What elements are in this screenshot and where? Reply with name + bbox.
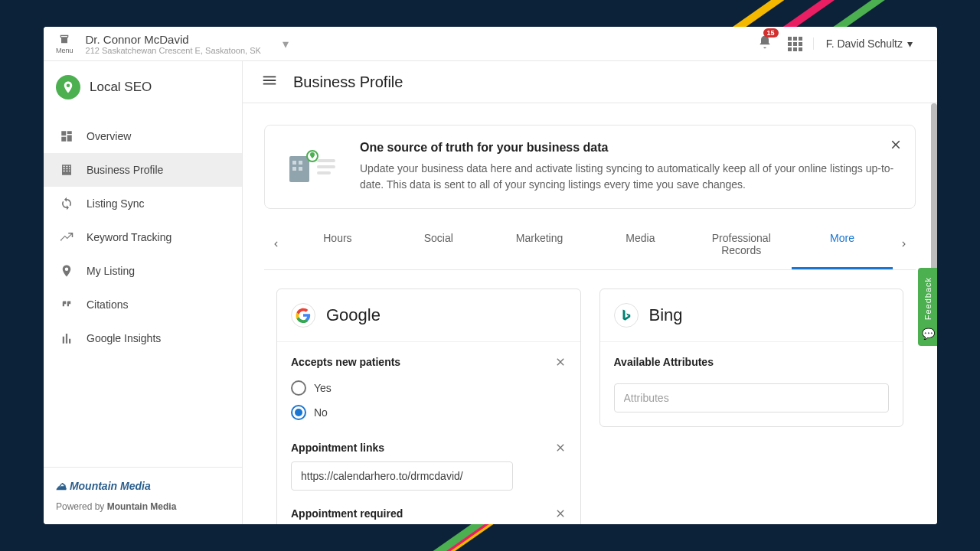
nav-item-citations[interactable]: Citations <box>44 288 242 321</box>
svg-rect-3 <box>292 167 296 171</box>
feedback-button[interactable]: Feedback 💬 <box>918 268 937 346</box>
business-address: 212 Saskatchewan Crescent E, Saskatoon, … <box>86 46 261 55</box>
info-banner: One source of truth for your business da… <box>264 125 916 209</box>
tab-hours[interactable]: Hours <box>287 221 388 269</box>
banner-close-button[interactable] <box>889 138 903 155</box>
sidebar-header: Local SEO <box>44 61 242 113</box>
google-card-title: Google <box>326 305 381 325</box>
footer-brand-logo: Mountain Media <box>56 480 151 492</box>
tab-media[interactable]: Media <box>590 221 691 269</box>
nav-item-keyword-tracking[interactable]: Keyword Tracking <box>44 220 242 254</box>
tab-social[interactable]: Social <box>388 221 489 269</box>
nav-item-label: Listing Sync <box>87 197 144 210</box>
page-title: Business Profile <box>293 73 403 91</box>
tab-more[interactable]: More <box>792 221 893 269</box>
nav-item-label: Keyword Tracking <box>87 231 172 243</box>
pin-icon <box>59 263 74 279</box>
nav-item-label: Overview <box>87 130 131 142</box>
dashboard-icon <box>59 129 74 144</box>
svg-rect-2 <box>299 161 302 165</box>
banner-body: Update your business data here and activ… <box>360 161 897 193</box>
notifications-button[interactable]: 15 <box>753 30 777 57</box>
field-appointment-required: Appointment required Yes <box>291 507 567 524</box>
app-title: Local SEO <box>90 80 152 95</box>
business-icon <box>59 162 74 178</box>
tabs: HoursSocialMarketingMediaProfessional Re… <box>264 221 916 270</box>
banner-title: One source of truth for your business da… <box>360 141 897 155</box>
content-header: Business Profile <box>243 61 937 103</box>
close-icon <box>889 138 903 152</box>
field-label: Appointment links <box>291 442 567 454</box>
nav-list: Overview Business Profile Listing Sync K… <box>44 113 242 467</box>
content-body[interactable]: One source of truth for your business da… <box>243 103 937 524</box>
topbar: Menu Dr. Connor McDavid 212 Saskatchewan… <box>44 27 937 61</box>
bing-card-title: Bing <box>649 305 683 325</box>
google-card: Google Accepts new patients Yes <box>276 289 581 524</box>
svg-rect-7 <box>317 165 335 168</box>
user-name: F. David Schultz <box>826 37 903 50</box>
user-menu[interactable]: F. David Schultz ▾ <box>813 37 925 50</box>
notification-badge: 15 <box>763 28 779 37</box>
close-icon <box>554 507 567 520</box>
nav-item-label: Google Insights <box>87 332 161 344</box>
field-clear-button[interactable] <box>554 442 567 457</box>
cards-row: Google Accepts new patients Yes <box>264 289 916 524</box>
bing-card: Bing Available Attributes <box>599 289 904 427</box>
radio-option-yes[interactable]: Yes <box>291 376 567 400</box>
sidebar: Local SEO Overview Business Profile List… <box>44 61 243 524</box>
nav-item-overview[interactable]: Overview <box>44 119 242 153</box>
hamburger-icon <box>261 72 278 89</box>
business-caret-icon[interactable]: ▾ <box>283 37 289 51</box>
hamburger-button[interactable] <box>261 72 278 92</box>
feedback-label: Feedback <box>923 274 933 323</box>
appointment-link-input[interactable] <box>291 461 513 491</box>
chevron-down-icon: ▾ <box>907 37 913 50</box>
app-window: Menu Dr. Connor McDavid 212 Saskatchewan… <box>44 27 937 524</box>
apps-launcher-button[interactable] <box>783 32 807 56</box>
sync-icon <box>59 196 74 211</box>
radio-icon <box>291 380 306 396</box>
chevron-right-icon <box>899 239 910 249</box>
nav-item-listing-sync[interactable]: Listing Sync <box>44 187 242 220</box>
attributes-input[interactable] <box>614 383 890 412</box>
bing-icon <box>614 303 639 328</box>
radio-label: No <box>314 406 328 419</box>
nav-item-google-insights[interactable]: Google Insights <box>44 321 242 355</box>
menu-button[interactable]: Menu <box>53 30 77 57</box>
tab-professional-records[interactable]: Professional Records <box>691 221 792 269</box>
field-label: Accepts new patients <box>291 356 567 368</box>
storefront-icon <box>57 33 72 45</box>
field-clear-button[interactable] <box>554 356 567 371</box>
tabs-prev-button[interactable] <box>264 230 287 262</box>
chevron-left-icon <box>270 239 281 249</box>
business-name: Dr. Connor McDavid <box>86 33 261 46</box>
svg-rect-6 <box>317 159 335 162</box>
svg-rect-8 <box>317 171 331 174</box>
nav-item-business-profile[interactable]: Business Profile <box>44 153 242 187</box>
tabs-next-button[interactable] <box>893 230 916 262</box>
close-icon <box>554 356 567 368</box>
content: Business Profile One source of truth for… <box>243 61 937 524</box>
close-icon <box>554 442 567 454</box>
chat-icon: 💬 <box>922 328 935 340</box>
nav-item-my-listing[interactable]: My Listing <box>44 254 242 288</box>
menu-label: Menu <box>56 47 74 54</box>
app-logo-icon <box>56 75 80 99</box>
trending-icon <box>59 230 74 245</box>
tab-list: HoursSocialMarketingMediaProfessional Re… <box>287 221 893 269</box>
scrollbar-thumb[interactable] <box>931 103 937 272</box>
quote-icon <box>59 297 74 312</box>
radio-option-no[interactable]: No <box>291 400 567 425</box>
field-label: Appointment required <box>291 507 567 520</box>
nav-item-label: Citations <box>87 298 128 311</box>
svg-rect-4 <box>299 167 302 171</box>
tab-marketing[interactable]: Marketing <box>489 221 590 269</box>
field-clear-button[interactable] <box>554 507 567 523</box>
google-icon <box>291 303 315 328</box>
field-accepts-new-patients: Accepts new patients Yes <box>291 356 567 425</box>
nav-item-label: My Listing <box>87 265 135 277</box>
nav-item-label: Business Profile <box>87 164 163 176</box>
footer-prefix: Powered by <box>56 501 107 512</box>
business-selector[interactable]: Dr. Connor McDavid 212 Saskatchewan Cres… <box>86 33 261 55</box>
insights-icon <box>59 331 74 346</box>
